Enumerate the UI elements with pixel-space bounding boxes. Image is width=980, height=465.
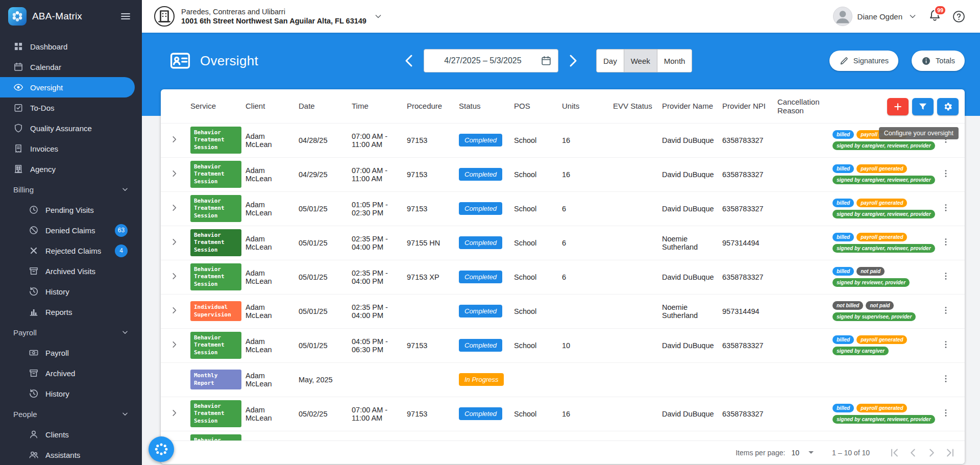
sidebar-item-payroll[interactable]: Payroll <box>0 342 135 363</box>
row-menu-kebab-icon[interactable] <box>941 408 951 418</box>
sidebar-item-denied-claims[interactable]: Denied Claims63 <box>0 220 135 240</box>
prev-week-chevron-icon[interactable] <box>401 53 418 69</box>
notifications-button[interactable]: 99 <box>928 9 942 25</box>
view-month-button[interactable]: Month <box>657 50 692 72</box>
sidebar-group-label: Billing <box>13 185 34 194</box>
row-menu-kebab-icon[interactable] <box>941 168 951 179</box>
sidebar-item-agency[interactable]: Agency <box>0 159 135 179</box>
totals-button[interactable]: Totals <box>912 51 965 71</box>
sidebar-item-calendar[interactable]: Calendar <box>0 57 135 77</box>
sidebar-item-history[interactable]: History <box>0 383 135 404</box>
cell-status: Completed <box>455 157 510 191</box>
sidebar-item-archived[interactable]: Archived <box>0 363 135 383</box>
status-flag-badge: billed <box>832 335 854 344</box>
sidebar-item-reports[interactable]: Reports <box>0 302 135 322</box>
sidebar-item-oversight[interactable]: Oversight <box>0 77 135 97</box>
calendar-icon <box>13 62 23 72</box>
expand-row-chevron-icon[interactable] <box>169 271 180 282</box>
column-header-time: Time <box>348 89 403 123</box>
chevron-down-icon <box>120 409 130 419</box>
view-week-button[interactable]: Week <box>624 50 657 72</box>
next-week-chevron-icon[interactable] <box>565 53 581 69</box>
sidebar-item-label: Clients <box>45 430 69 439</box>
sidebar-group-payroll[interactable]: Payroll <box>0 322 142 342</box>
expand-row-chevron-icon[interactable] <box>169 305 180 316</box>
sidebar-item-dashboard[interactable]: Dashboard <box>0 36 135 57</box>
expand-row-chevron-icon[interactable] <box>169 168 180 179</box>
sidebar-item-quality-assurance[interactable]: Quality Assurance <box>0 118 135 138</box>
oversight-table-card: Configure your oversight ServiceClientDa… <box>161 89 965 464</box>
cell-service: Individual Supervision <box>186 294 241 328</box>
sidebar-item-assistants[interactable]: Assistants <box>0 445 135 465</box>
sidebar-group-billing[interactable]: Billing <box>0 179 142 200</box>
row-menu-kebab-icon[interactable] <box>941 203 951 213</box>
column-header-client: Client <box>241 89 295 123</box>
app-title: ABA-Matrix <box>32 11 114 22</box>
cell-procedure <box>403 431 455 440</box>
cell-flags: billedpayroll generatedsigned by caregiv… <box>828 397 937 431</box>
user-menu[interactable]: Diane Ogden <box>833 7 918 26</box>
cell-pos: School <box>510 123 558 157</box>
sidebar-item-to-dos[interactable]: To-Dos <box>0 97 135 118</box>
status-flag-badge: signed by caregiver, reviewer, provider <box>832 141 935 150</box>
expand-row-chevron-icon[interactable] <box>169 236 180 248</box>
company-selector[interactable]: Paredes, Contreras and Ulibarri 1001 6th… <box>154 6 383 27</box>
cell-service: Behavior Treatment Session <box>186 226 241 260</box>
view-day-button[interactable]: Day <box>597 50 624 72</box>
sidebar-group-people[interactable]: People <box>0 404 142 424</box>
sidebar-item-label: Quality Assurance <box>30 124 92 133</box>
sidebar-item-label: Calendar <box>30 63 61 71</box>
items-per-page-select[interactable]: 10 <box>791 449 814 457</box>
row-menu-kebab-icon[interactable] <box>941 339 951 350</box>
sidebar-item-rejected-claims[interactable]: Rejected Claims4 <box>0 240 135 261</box>
count-badge: 63 <box>115 224 128 237</box>
cell-provider-name: David DuBuque <box>658 397 718 431</box>
sidebar-item-label: Archived <box>45 369 75 378</box>
cell-procedure: 97153 <box>403 397 455 431</box>
date-range-picker[interactable]: 4/27/2025 – 5/3/2025 <box>424 49 558 72</box>
chat-widget-button[interactable] <box>149 436 174 462</box>
last-page-button[interactable] <box>943 446 957 459</box>
cell-client: Adam McLean <box>241 397 295 431</box>
prev-page-button[interactable] <box>906 446 920 459</box>
signatures-button[interactable]: Signatures <box>829 51 898 71</box>
cell-cancellation-reason <box>773 362 828 397</box>
sidebar-item-history[interactable]: History <box>0 281 135 302</box>
row-menu-kebab-icon[interactable] <box>941 374 951 384</box>
cell-status: Completed <box>455 397 510 431</box>
help-button[interactable] <box>952 10 966 23</box>
status-flag-badge: signed by supervisee, provider <box>832 312 916 321</box>
next-page-button[interactable] <box>925 446 938 459</box>
expand-row-chevron-icon[interactable] <box>169 339 180 350</box>
expand-row-chevron-icon[interactable] <box>169 407 180 419</box>
row-menu-kebab-icon[interactable] <box>941 305 951 315</box>
sidebar-item-invoices[interactable]: Invoices <box>0 138 135 159</box>
add-button[interactable] <box>887 98 909 115</box>
status-flag-badge: payroll generated <box>856 199 907 207</box>
sidebar-item-archived-visits[interactable]: Archived Visits <box>0 261 135 281</box>
pen-icon <box>839 56 849 66</box>
column-header-status: Status <box>455 89 510 123</box>
first-page-button[interactable] <box>888 446 901 459</box>
table-row: Individual SupervisionAdam McLean05/01/2… <box>161 294 965 328</box>
sidebar-group-label: People <box>13 410 37 419</box>
cell-expand <box>161 362 186 397</box>
filter-button[interactable] <box>912 98 934 115</box>
status-pill: Completed <box>459 236 502 249</box>
reports-icon <box>29 307 39 317</box>
table-row-cropped: Behavior Treatment Sessionbilledpayroll … <box>161 431 965 440</box>
sidebar-item-pending-visits[interactable]: Pending Visits <box>0 200 135 220</box>
user-name: Diane Ogden <box>857 12 902 21</box>
expand-row-chevron-icon[interactable] <box>169 202 180 213</box>
menu-toggle-icon[interactable] <box>119 10 132 22</box>
status-flag-badge: payroll generated <box>856 233 907 241</box>
settings-button[interactable] <box>937 98 959 115</box>
row-menu-kebab-icon[interactable] <box>941 271 951 281</box>
content-area: Oversight 4/27/2025 – 5/3/2025 DayWeekMo… <box>142 33 980 465</box>
cell-service: Behavior Treatment Session <box>186 431 241 440</box>
cell-evv-status <box>609 191 658 226</box>
expand-row-chevron-icon[interactable] <box>169 134 180 145</box>
row-menu-kebab-icon[interactable] <box>941 237 951 247</box>
agency-icon <box>13 164 23 174</box>
sidebar-item-clients[interactable]: Clients <box>0 424 135 445</box>
